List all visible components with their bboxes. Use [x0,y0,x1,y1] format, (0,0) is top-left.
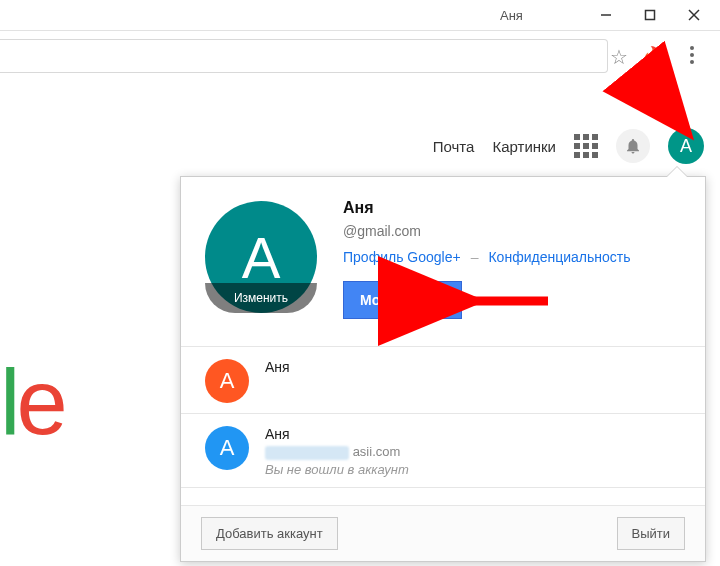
browser-menu-button[interactable] [682,41,702,69]
avatar-edit-label: Изменить [234,291,288,305]
privacy-link[interactable]: Конфиденциальность [488,249,630,265]
window-maximize-button[interactable] [628,1,672,29]
omnibox[interactable] [0,39,608,73]
menu-dot-icon [690,46,694,50]
account-links: Профиль Google+ – Конфиденциальность [343,249,630,265]
extension-icon[interactable]: 🔥 [641,45,666,69]
menu-dot-icon [690,53,694,57]
bookmark-star-icon[interactable]: ☆ [610,45,628,69]
svg-rect-1 [646,11,655,20]
avatar-letter: А [220,435,235,461]
menu-dot-icon [690,60,694,64]
nav-images-link[interactable]: Картинки [492,138,556,155]
other-account-name: Аня [265,426,409,442]
signed-out-note: Вы не вошли в аккаунт [265,462,409,477]
other-account-email: asii.com [265,444,409,460]
signout-button[interactable]: Выйти [617,517,686,550]
google-logo-fragment: le [0,350,64,455]
avatar-letter: A [242,224,281,291]
other-account-row[interactable]: А Аня [181,347,705,414]
other-account-row[interactable]: А Аня asii.com Вы не вошли в аккаунт [181,414,705,488]
blurred-text [265,446,349,460]
account-info: Аня @gmail.com Профиль Google+ – Конфиде… [343,197,630,326]
avatar-letter: А [220,368,235,394]
my-account-label: Мой аккаунт [360,292,445,308]
account-avatar-button[interactable]: A [668,128,704,164]
logo-letter-e: e [16,351,63,453]
bell-icon [624,137,642,155]
window-title: Аня [500,8,523,23]
popover-footer: Добавить аккаунт Выйти [181,505,705,561]
notifications-button[interactable] [616,129,650,163]
logo-letter-l: l [0,351,16,453]
popover-avatar[interactable]: A Изменить [205,201,317,313]
page-header: Почта Картинки A [433,128,704,164]
account-email: @gmail.com [343,223,630,239]
window-minimize-button[interactable] [584,1,628,29]
browser-toolbar: ☆ 🔥 [0,30,720,78]
nav-mail-link[interactable]: Почта [433,138,475,155]
signout-label: Выйти [632,526,671,541]
apps-grid-icon[interactable] [574,134,598,158]
google-plus-link[interactable]: Профиль Google+ [343,249,461,265]
other-account-avatar: А [205,426,249,470]
popover-header: A Изменить Аня @gmail.com Профиль Google… [181,177,705,347]
my-account-button[interactable]: Мой аккаунт [343,281,462,319]
add-account-button[interactable]: Добавить аккаунт [201,517,338,550]
window-close-button[interactable] [672,1,716,29]
account-popover: A Изменить Аня @gmail.com Профиль Google… [180,176,706,562]
window-titlebar: Аня [0,0,720,30]
other-account-name: Аня [265,359,290,375]
account-name: Аня [343,199,630,217]
link-separator: – [471,249,479,265]
avatar-letter: A [680,136,692,157]
other-account-avatar: А [205,359,249,403]
close-icon [687,8,701,22]
add-account-label: Добавить аккаунт [216,526,323,541]
avatar-edit-button[interactable]: Изменить [205,283,317,313]
minimize-icon [600,9,612,21]
maximize-icon [644,9,656,21]
other-account-text: Аня asii.com Вы не вошли в аккаунт [265,426,409,477]
other-account-text: Аня [265,359,290,377]
